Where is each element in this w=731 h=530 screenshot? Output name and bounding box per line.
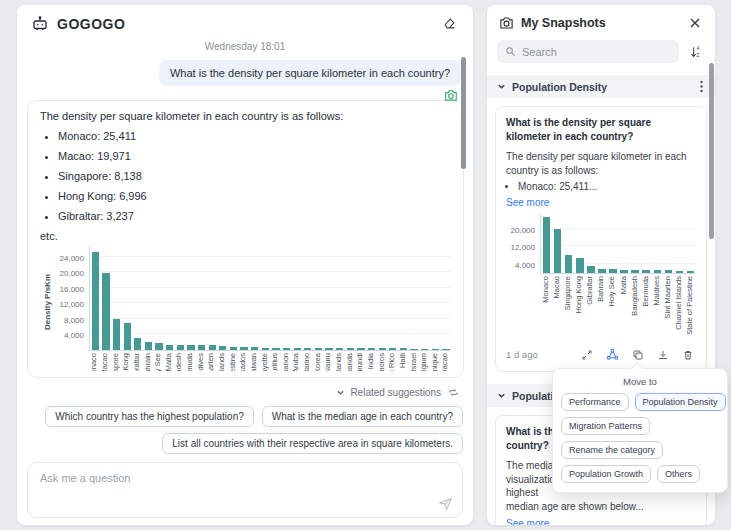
assistant-answer-card: The density per square kilometer in each…: [27, 100, 464, 378]
bar: [262, 348, 269, 350]
answer-bullet-list: Monaco: 25,411Macao: 19,971Singapore: 8,…: [58, 130, 451, 222]
x-tick-label: Comoros: [377, 353, 387, 371]
bar: [113, 319, 120, 350]
y-tick-label: 24,000: [60, 254, 84, 263]
x-tick-label: Israel: [409, 353, 419, 371]
bar: [565, 255, 573, 273]
mini-density-bar-chart: 4,00012,00020,000MonacoMacaoSingaporeHon…: [506, 214, 696, 340]
trash-icon: [682, 349, 694, 361]
x-tick-label: Martinique: [430, 353, 440, 371]
category-option-migration-patterns[interactable]: Migration Patterns: [561, 417, 650, 435]
send-icon: [438, 496, 453, 511]
bar: [654, 270, 662, 273]
suggestion-chip[interactable]: Which country has the highest population…: [45, 406, 253, 427]
robot-icon: [31, 15, 49, 33]
eraser-icon: [442, 16, 457, 31]
related-suggestions-toggle[interactable]: Related suggestions: [17, 385, 461, 400]
copy-snapshot-button[interactable]: [630, 347, 646, 363]
answer-bullet: Macao: 19,971: [58, 150, 451, 162]
bar: [400, 348, 407, 350]
close-icon: [689, 17, 701, 29]
x-tick-label: Maldives: [196, 353, 206, 371]
x-tick-label: Taiwan: [249, 353, 259, 371]
refresh-suggestions-button[interactable]: [446, 385, 461, 400]
bar: [315, 348, 322, 350]
sidebar-header: My Snapshots: [487, 5, 715, 37]
bar: [177, 345, 184, 350]
refresh-icon: [448, 387, 459, 398]
see-more-link[interactable]: See more: [506, 518, 549, 525]
category-option-others[interactable]: Others: [657, 465, 700, 483]
x-tick-label: Burundi: [355, 353, 365, 371]
category-option-rename-the-category[interactable]: Rename the category: [561, 441, 663, 459]
snapshot-camera-badge[interactable]: [444, 89, 458, 102]
category-option-population-density[interactable]: Population Density: [635, 393, 726, 411]
expand-icon: [581, 349, 593, 361]
x-tick-label: Maldives: [652, 276, 662, 306]
sort-button[interactable]: A Z: [687, 43, 705, 61]
related-suggestions-label: Related suggestions: [350, 387, 441, 398]
chevron-down-icon: [336, 388, 345, 397]
bar: [283, 348, 290, 350]
section-population-density[interactable]: Population Density: [487, 75, 715, 98]
bar: [187, 345, 194, 350]
snapshot-age: 1 d ago: [506, 349, 579, 360]
delete-snapshot-button[interactable]: [680, 347, 696, 363]
bar: [166, 345, 173, 350]
sidebar-scrollbar-thumb[interactable]: [709, 63, 714, 239]
suggestion-chips-row-1: Which country has the highest population…: [27, 406, 463, 427]
x-tick-label: Bahrain: [596, 276, 606, 302]
bar: [442, 349, 449, 350]
x-tick-label: Holy See: [153, 353, 163, 371]
bar: [240, 347, 247, 350]
search-icon: [505, 46, 516, 57]
x-tick-label: India: [366, 353, 376, 369]
chat-header: GOGOGO: [17, 5, 473, 37]
bar: [543, 217, 551, 273]
x-tick-label: Bangladesh: [174, 353, 184, 371]
suggestion-chip[interactable]: What is the median age in each country?: [262, 406, 463, 427]
close-sidebar-button[interactable]: [687, 15, 703, 31]
snapshot-card-density: What is the density per square kilometer…: [495, 106, 707, 372]
bar: [368, 348, 375, 350]
bar: [410, 349, 417, 350]
y-tick-label: 4,000: [64, 331, 84, 340]
bar: [219, 346, 226, 350]
suggestion-chip[interactable]: List all countries with their respective…: [162, 433, 463, 454]
chat-panel: GOGOGO Wednesday 18:01 What is the densi…: [17, 5, 473, 525]
bar: [389, 348, 396, 350]
search-field[interactable]: [497, 40, 679, 63]
see-more-link[interactable]: See more: [506, 197, 549, 208]
x-tick-label: Singapore: [563, 276, 573, 310]
chat-scrollbar-thumb[interactable]: [461, 57, 466, 169]
bar: [134, 338, 141, 350]
bar: [631, 270, 639, 273]
answer-bullet: Gibraltar: 3,237: [58, 210, 451, 222]
bar: [421, 349, 428, 350]
x-tick-label: Monaco: [541, 276, 551, 303]
x-tick-label: Malta: [619, 276, 629, 294]
x-tick-label: Hong Kong: [574, 276, 584, 314]
x-tick-label: Gibraltar: [132, 353, 142, 371]
expand-snapshot-button[interactable]: [579, 347, 595, 363]
x-tick-label: South Korea: [313, 353, 323, 371]
y-tick-label: 20,000: [511, 226, 535, 235]
answer-etc-text: etc.: [40, 230, 451, 242]
question-input[interactable]: [28, 463, 462, 517]
send-button[interactable]: [438, 496, 453, 511]
x-tick-label: Aruba: [291, 353, 301, 371]
chevron-down-icon: [497, 82, 506, 91]
category-option-population-growth[interactable]: Population Growth: [561, 465, 651, 483]
chat-timestamp: Wednesday 18:01: [17, 41, 473, 52]
x-tick-label: Barbados: [238, 353, 248, 371]
clear-chat-button[interactable]: [440, 14, 459, 33]
section-menu-button[interactable]: [698, 78, 705, 95]
download-snapshot-button[interactable]: [655, 347, 671, 363]
category-option-performance[interactable]: Performance: [561, 393, 629, 411]
move-to-category-button[interactable]: [604, 346, 621, 363]
x-tick-label: Bermuda: [641, 276, 651, 306]
search-input[interactable]: [522, 46, 671, 58]
bar: [336, 348, 343, 350]
bar: [554, 229, 562, 273]
x-tick-label: Malta: [164, 353, 174, 371]
